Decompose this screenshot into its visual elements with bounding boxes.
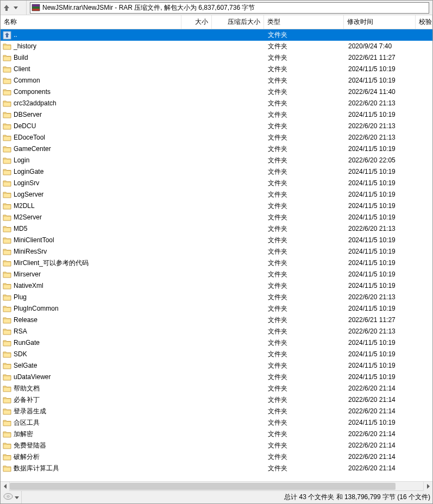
- table-row[interactable]: uDataViewer文件夹2024/11/5 10:19: [1, 371, 432, 383]
- table-row[interactable]: Plug文件夹2022/6/20 21:13: [1, 292, 432, 303]
- path-input[interactable]: NewJSMir.rar\NewJSMir - RAR 压缩文件, 解包大小为 …: [30, 2, 429, 14]
- table-row[interactable]: Client文件夹2024/11/5 10:19: [1, 64, 432, 75]
- column-header-crc[interactable]: 校验: [416, 15, 432, 29]
- row-mtime: 2024/11/5 10:19: [348, 166, 396, 178]
- folder-icon: [3, 248, 11, 256]
- table-row[interactable]: RunGate文件夹2024/11/5 10:19: [1, 337, 432, 349]
- row-type: 文件夹: [268, 269, 287, 280]
- scrollbar-thumb[interactable]: [10, 483, 396, 490]
- table-row[interactable]: M2DLL文件夹2024/11/5 10:19: [1, 200, 432, 212]
- row-type: 文件夹: [268, 280, 287, 292]
- row-mtime: 2024/11/5 10:19: [348, 360, 396, 371]
- arrow-right-icon: [426, 484, 431, 489]
- row-type: 文件夹: [268, 463, 287, 474]
- column-header-packed[interactable]: 压缩后大小: [212, 15, 264, 29]
- row-type: 文件夹: [268, 52, 287, 64]
- row-name: 破解分析: [14, 451, 40, 463]
- table-row[interactable]: 加解密文件夹2022/6/20 21:14: [1, 429, 432, 440]
- chevron-down-icon: [15, 496, 19, 500]
- table-row[interactable]: DBServer文件夹2024/11/5 10:19: [1, 109, 432, 121]
- row-name: 数据库计算工具: [14, 463, 59, 474]
- column-header-size[interactable]: 大小: [181, 15, 212, 29]
- folder-icon: [3, 88, 11, 97]
- table-row[interactable]: 登录器生成文件夹2022/6/20 21:14: [1, 406, 432, 417]
- row-mtime: 2024/11/5 10:19: [348, 269, 396, 280]
- table-row[interactable]: Components文件夹2022/6/24 11:40: [1, 86, 432, 98]
- table-row[interactable]: Mirserver文件夹2024/11/5 10:19: [1, 269, 432, 280]
- table-row[interactable]: MiniClientTool文件夹2024/11/5 10:19: [1, 235, 432, 246]
- row-mtime: 2022/6/21 11:27: [348, 52, 396, 64]
- folder-icon: [3, 42, 11, 51]
- column-header-name[interactable]: 名称: [1, 15, 181, 29]
- go-up-button[interactable]: [3, 4, 10, 11]
- column-header-type[interactable]: 类型: [264, 15, 344, 29]
- row-name: 必备补丁: [14, 394, 40, 406]
- parent-folder-row[interactable]: ..文件夹: [1, 29, 432, 41]
- row-mtime: 2022/6/21 11:27: [348, 314, 396, 326]
- scroll-left-button[interactable]: [1, 482, 10, 491]
- folder-icon: [3, 145, 11, 154]
- row-name: LoginSrv: [14, 178, 39, 189]
- row-type: 文件夹: [268, 371, 287, 383]
- disc-dropdown-button[interactable]: [15, 495, 19, 500]
- table-row[interactable]: MiniResSrv文件夹2024/11/5 10:19: [1, 246, 432, 257]
- disc-icon: [3, 493, 14, 500]
- status-summary: 总计 43 个文件夹 和 138,796,799 字节 (16 个文件): [279, 493, 430, 502]
- table-row[interactable]: MD5文件夹2022/6/20 21:13: [1, 223, 432, 235]
- row-name: Plug: [14, 292, 27, 303]
- folder-icon: [3, 259, 11, 268]
- table-row[interactable]: MirClient_可以参考的代码文件夹2024/11/5 10:19: [1, 257, 432, 269]
- table-row[interactable]: SelGate文件夹2024/11/5 10:19: [1, 360, 432, 371]
- table-row[interactable]: DeDCU文件夹2022/6/20 21:13: [1, 121, 432, 132]
- folder-icon: [3, 327, 11, 336]
- horizontal-scrollbar[interactable]: [1, 481, 432, 490]
- table-row[interactable]: 必备补丁文件夹2022/6/20 21:14: [1, 394, 432, 406]
- row-name: MirClient_可以参考的代码: [14, 257, 89, 269]
- row-mtime: 2024/11/5 10:19: [348, 75, 396, 86]
- file-list[interactable]: ..文件夹_history文件夹2020/9/24 7:40Build文件夹20…: [1, 29, 432, 481]
- table-row[interactable]: Release文件夹2022/6/21 11:27: [1, 314, 432, 326]
- table-row[interactable]: 合区工具文件夹2024/11/5 10:19: [1, 417, 432, 429]
- row-mtime: 2024/11/5 10:19: [348, 349, 396, 360]
- row-name: M2DLL: [14, 200, 35, 212]
- table-row[interactable]: LoginSrv文件夹2024/11/5 10:19: [1, 178, 432, 189]
- chevron-down-icon: [14, 6, 18, 10]
- table-row[interactable]: LogServer文件夹2024/11/5 10:19: [1, 189, 432, 200]
- table-row[interactable]: LoginGate文件夹2024/11/5 10:19: [1, 166, 432, 178]
- row-name: DBServer: [14, 109, 42, 121]
- table-row[interactable]: NativeXml文件夹2024/11/5 10:19: [1, 280, 432, 292]
- table-row[interactable]: EDoceTool文件夹2022/6/20 21:13: [1, 132, 432, 143]
- row-mtime: 2022/6/20 21:13: [348, 326, 396, 337]
- table-row[interactable]: Login文件夹2022/6/20 22:05: [1, 155, 432, 166]
- table-row[interactable]: SDK文件夹2024/11/5 10:19: [1, 349, 432, 360]
- row-type: 文件夹: [268, 337, 287, 349]
- table-row[interactable]: Build文件夹2022/6/21 11:27: [1, 52, 432, 64]
- folder-icon: [3, 442, 11, 450]
- table-row[interactable]: crc32addpatch文件夹2022/6/20 21:13: [1, 98, 432, 109]
- arrow-left-icon: [3, 484, 8, 489]
- row-mtime: 2024/11/5 10:19: [348, 280, 396, 292]
- table-row[interactable]: 免费登陆器文件夹2022/6/20 21:14: [1, 440, 432, 451]
- row-mtime: 2022/6/20 21:14: [348, 406, 396, 417]
- table-row[interactable]: 帮助文档文件夹2022/6/20 21:14: [1, 383, 432, 394]
- table-row[interactable]: Common文件夹2024/11/5 10:19: [1, 75, 432, 86]
- table-row[interactable]: GameCenter文件夹2024/11/5 10:19: [1, 143, 432, 155]
- history-dropdown-button[interactable]: [14, 5, 18, 10]
- table-row[interactable]: RSA文件夹2022/6/20 21:13: [1, 326, 432, 337]
- row-mtime: 2024/11/5 10:19: [348, 303, 396, 314]
- table-row[interactable]: PlugInCommon文件夹2024/11/5 10:19: [1, 303, 432, 314]
- scroll-right-button[interactable]: [423, 482, 432, 491]
- disc-button[interactable]: [3, 493, 14, 502]
- table-row[interactable]: M2Server文件夹2024/11/5 10:19: [1, 212, 432, 223]
- folder-icon: [3, 54, 11, 62]
- column-header-mtime[interactable]: 修改时间: [344, 15, 416, 29]
- row-type: 文件夹: [268, 86, 287, 98]
- table-row[interactable]: 数据库计算工具文件夹2022/6/20 21:14: [1, 463, 432, 474]
- row-name: RunGate: [14, 337, 40, 349]
- table-row[interactable]: _history文件夹2020/9/24 7:40: [1, 41, 432, 52]
- table-row[interactable]: 破解分析文件夹2022/6/20 21:14: [1, 451, 432, 463]
- folder-icon: [3, 202, 11, 211]
- folder-icon: [3, 179, 11, 188]
- scrollbar-track[interactable]: [10, 482, 423, 490]
- row-name: Login: [14, 155, 29, 166]
